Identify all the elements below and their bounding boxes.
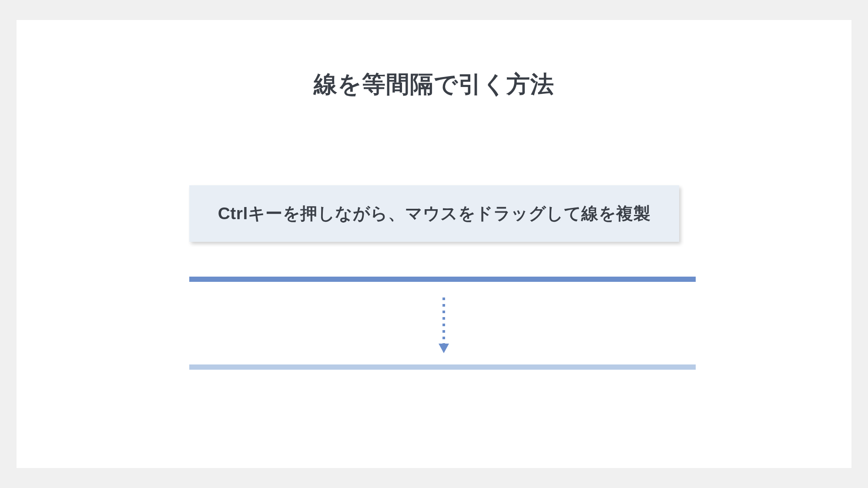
stage: 線を等間隔で引く方法 Ctrlキーを押しながら、マウスをドラッグして線を複製: [0, 0, 868, 488]
arrow-down-icon: [436, 297, 451, 353]
duplicated-line: [189, 364, 696, 370]
original-line: [189, 277, 696, 282]
slide-title: 線を等間隔で引く方法: [17, 69, 851, 100]
svg-marker-1: [439, 344, 449, 353]
slide: 線を等間隔で引く方法 Ctrlキーを押しながら、マウスをドラッグして線を複製: [17, 20, 851, 468]
instruction-callout: Ctrlキーを押しながら、マウスをドラッグして線を複製: [189, 185, 679, 242]
instruction-text: Ctrlキーを押しながら、マウスをドラッグして線を複製: [218, 202, 651, 225]
